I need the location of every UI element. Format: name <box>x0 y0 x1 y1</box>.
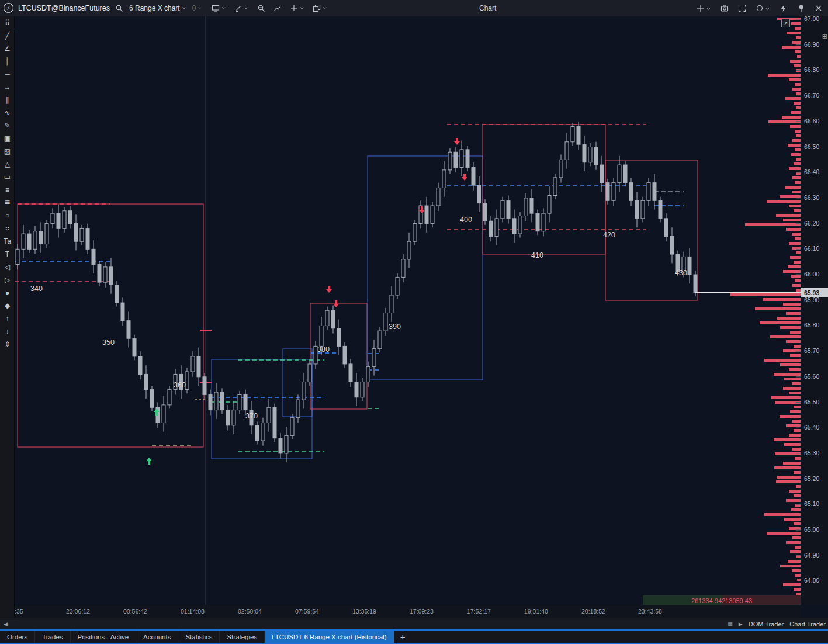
chart-trader-link[interactable]: Chart Trader <box>789 621 826 628</box>
volume-profile-bar <box>777 317 801 320</box>
footer-tab-trades[interactable]: Trades <box>35 631 70 643</box>
price-label-left-icon[interactable]: ◁ <box>0 261 15 273</box>
candle-body <box>355 382 358 397</box>
scroll-left-icon[interactable]: ◀ <box>0 621 8 627</box>
footer-tab-accounts[interactable]: Accounts <box>136 631 178 643</box>
level-alert-icon[interactable]: ⇕ <box>0 338 15 351</box>
volume-profile-bar <box>786 541 801 544</box>
price-axis[interactable]: ⊞ 65.93 67.0066.9066.8066.7066.6066.5066… <box>801 16 828 605</box>
app-logo-icon[interactable]: ⚡ <box>4 3 13 13</box>
text-large-icon[interactable]: T <box>0 248 15 261</box>
indicator-count-label: 0 <box>192 4 196 12</box>
footer-tab-positions-active[interactable]: Positions - Active <box>71 631 137 643</box>
camera-icon[interactable] <box>719 3 730 13</box>
parallel-channel-icon[interactable]: ∥ <box>0 94 15 106</box>
candle-body <box>255 425 259 441</box>
horizontal-line-icon[interactable]: ─ <box>0 68 15 81</box>
chart-popup-button[interactable]: ↗ <box>781 19 790 27</box>
volume-profile-bar <box>792 420 801 423</box>
footer-tab-strategies[interactable]: Strategies <box>220 631 265 643</box>
marker-pen-icon[interactable]: ✎ <box>0 119 15 132</box>
text-small-icon[interactable]: Ta <box>0 235 15 248</box>
footer-tab-active-chart[interactable]: LTCUSDT 6 Range X chart (Historical) <box>265 631 394 643</box>
panel-grid-icon[interactable]: ▦ <box>727 621 733 627</box>
hatch-fill-icon[interactable]: ▨ <box>0 145 15 158</box>
dot-grid-icon[interactable]: ⠶ <box>0 222 15 235</box>
candle-body <box>203 377 206 395</box>
search-icon[interactable] <box>113 3 125 13</box>
price-label-right-icon[interactable]: ▷ <box>0 273 15 286</box>
candle-body <box>92 249 95 264</box>
candle-body <box>454 152 458 167</box>
candle-body <box>27 234 31 249</box>
cursor-cross-icon[interactable] <box>695 3 713 13</box>
add-indicator-icon[interactable] <box>288 3 306 13</box>
trend-line-icon[interactable]: ╱ <box>0 29 15 42</box>
rectangle-shape-icon[interactable]: ▭ <box>0 171 15 183</box>
fib-extension-icon[interactable]: ≣ <box>0 196 15 209</box>
footer-tab-statistics[interactable]: Statistics <box>178 631 220 643</box>
triangle-shape-icon[interactable]: △ <box>0 158 15 171</box>
chart-type-selector[interactable]: 6 Range X chart <box>127 3 188 13</box>
candle-body <box>63 211 66 229</box>
time-axis-label: 23:06:12 <box>66 608 90 615</box>
candle-body <box>261 423 265 441</box>
close-icon[interactable] <box>813 3 824 13</box>
axis-settings-icon[interactable]: ⊞ <box>822 33 827 40</box>
clone-stamp-icon[interactable]: ▣ <box>0 132 15 145</box>
volume-profile-bar <box>795 83 801 86</box>
instrument-selector[interactable]: LTCUSDT@BinanceFutures <box>18 4 110 12</box>
price-axis-label: 65.30 <box>804 449 819 456</box>
add-tab-button[interactable]: + <box>394 631 411 643</box>
fib-levels-icon[interactable]: ≡ <box>0 183 15 196</box>
top-toolbar: ⚡ LTCUSDT@BinanceFutures 6 Range X chart… <box>0 0 828 16</box>
candle-body <box>536 213 539 231</box>
indicator-count-dropdown[interactable]: 0 <box>190 3 205 13</box>
freehand-curve-icon[interactable]: ∿ <box>0 106 15 119</box>
circle-tool-icon[interactable] <box>754 3 772 13</box>
drawing-pencil-icon[interactable] <box>233 3 251 13</box>
candle-body <box>495 219 498 237</box>
candle-body <box>325 310 329 326</box>
layers-icon[interactable] <box>311 3 329 13</box>
volume-profile-bar <box>788 265 801 268</box>
volume-profile-bar <box>745 223 801 226</box>
measure-dots-icon[interactable]: ⠿ <box>0 16 15 29</box>
arrow-up-marker-icon[interactable]: ↑ <box>0 312 15 325</box>
time-axis[interactable]: :3523:06:1200:56:4201:14:0802:50:0407:59… <box>15 605 801 618</box>
candle-body <box>448 152 452 170</box>
screen-layout-icon[interactable] <box>210 3 228 13</box>
volume-profile-bar <box>786 312 801 315</box>
candle-body <box>688 257 691 275</box>
volume-profile-bar <box>791 508 801 511</box>
pin-icon[interactable] <box>795 3 807 13</box>
filled-circle-icon[interactable]: ● <box>0 286 15 299</box>
bar-count-label: 360 <box>174 381 186 389</box>
candle-body <box>285 435 288 453</box>
candle-body <box>524 198 528 216</box>
chart-line-icon[interactable] <box>272 3 283 13</box>
expand-icon[interactable] <box>736 3 748 13</box>
footer-tab-orders[interactable]: Orders <box>0 631 35 643</box>
zoom-icon[interactable] <box>255 3 267 13</box>
lightning-icon[interactable] <box>778 3 789 13</box>
dom-trader-link[interactable]: DOM Trader <box>749 621 784 628</box>
candle-body <box>659 200 662 219</box>
price-axis-label: 65.10 <box>804 500 819 507</box>
ellipse-shape-icon[interactable]: ○ <box>0 209 15 222</box>
sell-signal-arrow <box>454 138 460 145</box>
angle-line-icon[interactable]: ∠ <box>0 42 15 55</box>
price-axis-label: 65.50 <box>804 399 819 406</box>
candle-body <box>600 165 604 183</box>
diamond-marker-icon[interactable]: ◆ <box>0 299 15 312</box>
candle-body <box>45 224 48 244</box>
arrow-down-marker-icon[interactable]: ↓ <box>0 325 15 338</box>
candle-body <box>635 200 639 219</box>
drawing-tools-sidebar: ⠿╱∠│─→∥∿✎▣▨△▭≡≣○⠶TaT◁▷●◆↑↓⇕ <box>0 16 15 629</box>
sell-signal-arrow <box>462 174 467 181</box>
vertical-line-icon[interactable]: │ <box>0 55 15 68</box>
panel-expand-icon[interactable]: ▶ <box>739 621 743 627</box>
candle-body <box>144 374 148 389</box>
arrow-line-icon[interactable]: → <box>0 81 15 94</box>
candlestick-chart[interactable]: 261334.94213059.433403503603703803904004… <box>15 16 801 605</box>
